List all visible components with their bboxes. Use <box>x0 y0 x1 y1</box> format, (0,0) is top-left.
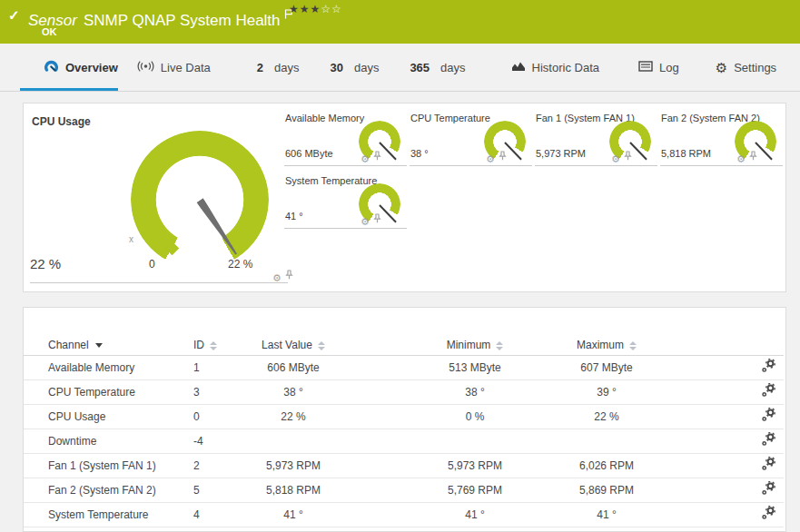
channel-id: 4 <box>193 502 252 527</box>
pin-icon[interactable] <box>373 148 381 164</box>
table-row: Downtime -4 <box>24 429 784 453</box>
gauge-icon <box>44 59 59 75</box>
channel-maximum: 607 MByte <box>561 355 706 379</box>
live-data-icon <box>137 60 154 75</box>
gauge-title: Available Memory <box>285 113 364 123</box>
channel-last-value: 5,818 RPM <box>252 478 334 502</box>
sensor-header: ✓ SensorSNMP QNAP System Health ★★★☆☆ OK <box>0 0 800 44</box>
priority-stars[interactable]: ★★★☆☆ <box>289 3 342 15</box>
table-row: System Temperature 4 41 ° 41 ° 41 ° <box>24 502 784 527</box>
tab-label: days <box>274 61 299 74</box>
tab-label: days <box>354 61 379 74</box>
mini-gauge-fan-1: Fan 1 (System FAN 1) 5,973 RPM ⚙ <box>535 111 657 166</box>
channel-id: 5 <box>193 478 252 502</box>
mini-gauges-grid: Available Memory 606 MByte ⚙ CPU Tempera… <box>284 111 783 229</box>
tab-label: Live Data <box>161 61 211 74</box>
channel-settings-icon[interactable] <box>761 481 775 498</box>
pin-icon[interactable] <box>285 267 293 283</box>
gauge-title: System Temperature <box>285 175 377 186</box>
gear-icon[interactable]: ⚙ <box>611 154 620 164</box>
gauge-value: 38 ° <box>410 148 429 159</box>
tab-label: Historic Data <box>532 61 599 74</box>
channel-minimum: 5,973 RPM <box>334 453 561 478</box>
channel-last-value: 5,973 RPM <box>252 453 334 478</box>
channel-minimum: 38 ° <box>334 379 561 404</box>
column-header-channel[interactable]: Channel <box>24 335 193 355</box>
gauge-scale-marker: x <box>129 234 133 244</box>
status-ok-check-icon: ✓ <box>8 7 20 24</box>
tab-label: Overview <box>65 61 118 74</box>
pin-icon[interactable] <box>373 211 381 227</box>
sensor-name: SNMP QNAP System Health <box>84 12 281 29</box>
channel-minimum <box>334 429 561 453</box>
channel-name: System Temperature <box>24 502 193 527</box>
gear-icon: ⚙ <box>716 61 727 74</box>
channel-settings-icon[interactable] <box>761 383 775 400</box>
star-filled-icons[interactable]: ★★★ <box>289 3 321 15</box>
sort-icon <box>629 341 637 350</box>
gauge-value: 41 ° <box>285 211 303 222</box>
gear-icon[interactable]: ⚙ <box>360 217 370 227</box>
channel-id: 3 <box>193 379 252 404</box>
channel-settings-icon[interactable] <box>761 457 775 474</box>
pin-icon[interactable] <box>749 148 757 164</box>
gear-icon[interactable]: ⚙ <box>486 154 495 164</box>
gauge-value: 22 % <box>30 256 61 271</box>
tab-live-data[interactable]: Live Data <box>137 44 211 91</box>
channel-id: 2 <box>193 453 252 478</box>
gauge-title: CPU Temperature <box>410 113 490 123</box>
tab-label: Settings <box>734 61 776 74</box>
gauge-scale-max: 22 % <box>228 258 252 271</box>
sort-icon <box>496 341 503 350</box>
tab-2-days[interactable]: 2days <box>257 44 300 91</box>
pin-icon[interactable] <box>624 148 632 164</box>
gear-icon[interactable]: ⚙ <box>360 154 370 164</box>
mini-gauge-cpu-temperature: CPU Temperature 38 ° ⚙ <box>410 111 532 166</box>
gauge-title: Fan 1 (System FAN 1) <box>536 113 635 123</box>
column-header-actions <box>706 335 784 355</box>
gauge-actions: ⚙ <box>736 148 757 164</box>
tab-overview[interactable]: Overview <box>20 44 118 91</box>
pin-icon[interactable] <box>499 148 507 164</box>
tab-label: Log <box>659 61 679 74</box>
log-icon <box>638 61 653 74</box>
star-empty-icons[interactable]: ☆☆ <box>321 3 342 15</box>
tab-365-days[interactable]: 365days <box>410 44 465 91</box>
channel-settings-icon[interactable] <box>761 408 775 425</box>
tab-log[interactable]: Log <box>638 44 679 91</box>
gauge-ring <box>131 131 269 269</box>
tab-historic-data[interactable]: Historic Data <box>511 44 599 91</box>
page-title: SensorSNMP QNAP System Health <box>28 5 293 30</box>
channel-name: Fan 1 (System FAN 1) <box>24 453 193 478</box>
channel-maximum: 6,026 RPM <box>561 453 706 478</box>
tab-label: days <box>440 61 465 74</box>
channel-last-value: 38 ° <box>252 379 334 404</box>
channel-settings-icon[interactable] <box>761 506 775 523</box>
tab-30-days[interactable]: 30days <box>330 44 379 91</box>
gauge-value: 606 MByte <box>285 148 333 159</box>
tab-number: 365 <box>410 61 430 74</box>
gauge-value: 5,818 RPM <box>661 148 711 159</box>
channel-id: 0 <box>193 404 252 429</box>
mini-gauge-fan-2: Fan 2 (System FAN 2) 5,818 RPM ⚙ <box>660 111 783 166</box>
status-badge: OK <box>42 26 57 37</box>
gauge-actions: ⚙ <box>360 211 381 227</box>
gear-icon[interactable]: ⚙ <box>736 154 746 164</box>
column-header-maximum[interactable]: Maximum <box>561 335 706 355</box>
table-row: Fan 2 (System FAN 2) 5 5,818 RPM 5,769 R… <box>24 478 784 502</box>
tab-bar: Overview Live Data 2days 30days 365days … <box>0 44 800 92</box>
channel-id: 1 <box>193 355 252 379</box>
sort-icon <box>318 341 325 350</box>
table-header-row: Channel ID Last Value Minimum Maximum <box>24 335 784 355</box>
gauge-actions: ⚙ <box>611 148 632 164</box>
gauge-actions: ⚙ <box>486 148 507 164</box>
table-row: CPU Temperature 3 38 ° 38 ° 39 ° <box>24 379 784 404</box>
gauge-title: Fan 2 (System FAN 2) <box>661 113 760 123</box>
tab-settings[interactable]: ⚙ Settings <box>716 44 776 91</box>
channel-settings-icon[interactable] <box>761 432 775 449</box>
column-header-last-value[interactable]: Last Value <box>252 335 334 355</box>
column-header-minimum[interactable]: Minimum <box>334 335 561 355</box>
channel-settings-icon[interactable] <box>761 359 775 376</box>
column-header-id[interactable]: ID <box>193 335 252 355</box>
gear-icon[interactable]: ⚙ <box>272 273 281 283</box>
